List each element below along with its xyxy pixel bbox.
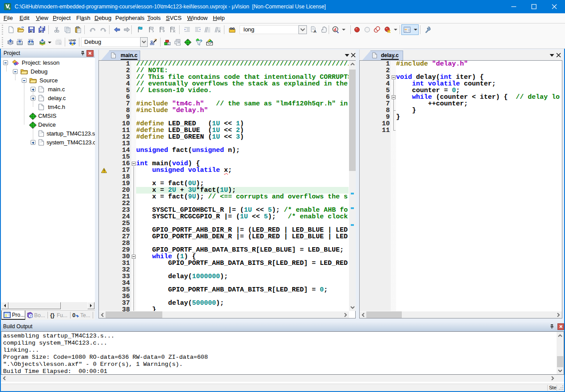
svg-text:LOAD: LOAD bbox=[69, 39, 76, 42]
svg-text:d: d bbox=[334, 27, 337, 32]
svg-text:A: A bbox=[314, 29, 317, 34]
svg-text:?: ? bbox=[30, 314, 32, 318]
svg-text:s: s bbox=[9, 7, 11, 10]
